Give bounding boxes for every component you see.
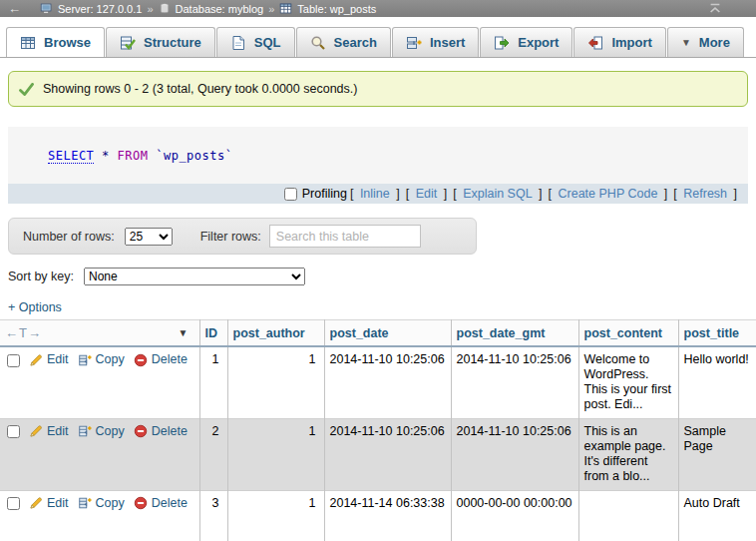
options-row: + Options [8, 300, 756, 314]
actions-dropdown-icon[interactable]: ▼ [179, 327, 189, 338]
profiling-link-refresh[interactable]: Refresh [683, 187, 727, 201]
breadcrumb-database[interactable]: Database: myblog [176, 3, 264, 15]
table-row: EditCopyDelete212014-11-10 10:25:062014-… [0, 418, 756, 490]
cell-post-title[interactable]: Hello world! [678, 346, 756, 418]
tab-label: SQL [254, 35, 281, 50]
profiling-link-edit[interactable]: Edit [416, 187, 438, 201]
bracket: ] [393, 187, 400, 201]
column-header-post-date[interactable]: post_date [324, 320, 451, 347]
sort-by-key-select[interactable]: None [84, 268, 305, 285]
column-header-id[interactable]: ID [199, 320, 227, 347]
tab-browse[interactable]: Browse [6, 27, 105, 57]
sql-keyword-from: FROM [118, 149, 149, 163]
sort-by-key-label: Sort by key: [8, 270, 74, 283]
cell-post-author[interactable]: 1 [227, 346, 324, 418]
export-icon [494, 35, 510, 51]
delete-link[interactable]: Delete [134, 496, 188, 511]
profiling-link-create-php-code[interactable]: Create PHP Code [559, 187, 658, 201]
copy-icon [78, 496, 92, 510]
breadcrumb-server[interactable]: Server: 127.0.0.1 [58, 3, 142, 15]
back-arrow-icon[interactable]: ← [8, 2, 21, 15]
copy-icon [78, 353, 92, 367]
tab-more[interactable]: ▼ More [667, 27, 744, 57]
tab-export[interactable]: Export [480, 27, 572, 57]
tab-search[interactable]: Search [296, 27, 391, 57]
sql-star: * [102, 149, 110, 163]
pencil-icon [29, 496, 43, 510]
table-body: EditCopyDelete112014-11-10 10:25:062014-… [0, 346, 756, 541]
cell-post-date-gmt[interactable]: 0000-00-00 00:00:00 [451, 490, 578, 541]
row-checkbox[interactable] [7, 354, 20, 367]
table-header-row: ←T→ ▼ IDpost_authorpost_datepost_date_gm… [0, 320, 756, 347]
tab-sql[interactable]: SQL [216, 27, 295, 57]
cell-post-date-gmt[interactable]: 2014-11-10 10:25:06 [451, 346, 578, 418]
edit-link[interactable]: Edit [29, 352, 69, 367]
table-row: EditCopyDelete312014-11-14 06:33:380000-… [0, 490, 756, 541]
row-checkbox[interactable] [7, 497, 20, 510]
cell-id[interactable]: 2 [199, 418, 227, 490]
edit-link[interactable]: Edit [29, 496, 69, 511]
cell-post-date[interactable]: 2014-11-14 06:33:38 [324, 490, 451, 541]
copy-link[interactable]: Copy [78, 352, 125, 367]
options-toggle-link[interactable]: + Options [8, 300, 62, 314]
cell-post-date-gmt[interactable]: 2014-11-10 10:25:06 [451, 418, 578, 490]
edit-link[interactable]: Edit [29, 424, 69, 439]
bracket: [ [549, 187, 556, 201]
bracket: [ [453, 187, 460, 201]
row-actions-cell: EditCopyDelete [0, 418, 199, 490]
cell-id[interactable]: 3 [199, 490, 227, 541]
column-header-post-author[interactable]: post_author [227, 320, 324, 347]
tab-bar: Browse Structure SQL Search Insert Expor… [0, 17, 756, 58]
cell-post-content[interactable] [578, 490, 678, 541]
bracket: ] [440, 187, 447, 201]
copy-link[interactable]: Copy [78, 424, 125, 439]
column-header-post-date-gmt[interactable]: post_date_gmt [451, 320, 578, 347]
cell-post-title[interactable]: Sample Page [678, 418, 756, 490]
row-actions-cell: EditCopyDelete [0, 346, 199, 418]
delete-link[interactable]: Delete [134, 352, 188, 367]
cell-post-title[interactable]: Auto Draft [678, 490, 756, 541]
database-icon [159, 2, 171, 15]
tab-label: Search [334, 35, 377, 50]
cell-id[interactable]: 1 [199, 346, 227, 418]
sql-keyword-select[interactable]: SELECT [48, 149, 94, 164]
tab-import[interactable]: Import [573, 27, 665, 57]
profiling-checkbox[interactable] [284, 188, 297, 201]
cell-post-author[interactable]: 1 [227, 490, 324, 541]
bracket: ] [660, 187, 667, 201]
tab-structure[interactable]: Structure [106, 27, 215, 57]
tab-label: Insert [430, 35, 465, 50]
cell-post-date[interactable]: 2014-11-10 10:25:06 [324, 346, 451, 418]
cell-post-content[interactable]: This is an example page. It's different … [578, 418, 678, 490]
profiling-link-inline[interactable]: Inline [360, 187, 390, 201]
copy-link[interactable]: Copy [78, 496, 125, 511]
number-of-rows-select[interactable]: 25 [125, 228, 173, 246]
profiling-link-explain-sql[interactable]: Explain SQL [463, 187, 532, 201]
bracket: [ [406, 187, 413, 201]
breadcrumb-table[interactable]: Table: wp_posts [297, 3, 376, 15]
results-table: ←T→ ▼ IDpost_authorpost_datepost_date_gm… [0, 319, 756, 541]
rows-controls-bar: Number of rows: 25 Filter rows: [8, 218, 477, 255]
delete-icon [134, 496, 148, 510]
filter-rows-label: Filter rows: [200, 230, 261, 244]
sql-icon [230, 35, 246, 51]
profiling-bar: Profiling [ Inline ][ Edit ][ Explain SQ… [8, 184, 748, 204]
tab-label: More [699, 35, 730, 50]
column-header-post-content[interactable]: post_content [578, 320, 678, 347]
filter-rows-input[interactable] [269, 225, 421, 248]
tab-insert[interactable]: Insert [392, 27, 479, 57]
insert-icon [406, 35, 422, 51]
collapse-icon[interactable] [708, 3, 722, 14]
row-checkbox[interactable] [7, 425, 20, 438]
cell-post-date[interactable]: 2014-11-10 10:25:06 [324, 418, 451, 490]
cell-post-author[interactable]: 1 [227, 418, 324, 490]
column-header-post-title[interactable]: post_title [678, 320, 756, 347]
profiling-links: [ Inline ][ Edit ][ Explain SQL ][ Creat… [347, 187, 740, 201]
delete-icon [134, 424, 148, 438]
cell-post-content[interactable]: Welcome to WordPress. This is your first… [578, 346, 678, 418]
table-icon [279, 2, 292, 15]
transpose-arrows[interactable]: ←T→ [5, 325, 42, 340]
status-message: Showing rows 0 - 2 (3 total, Query took … [8, 71, 748, 107]
tab-label: Structure [144, 35, 201, 50]
delete-link[interactable]: Delete [134, 424, 188, 439]
